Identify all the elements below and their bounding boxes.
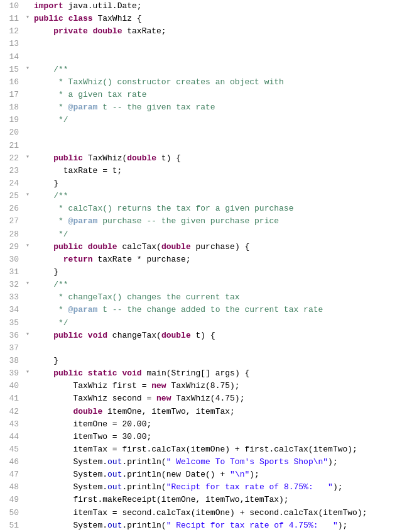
line-content: * @param t -- the given tax rate [31,101,407,114]
line-content: TaxWhiz first = new TaxWhiz(8.75); [31,380,407,392]
line-content [31,51,407,64]
line-number: 50 [0,507,24,519]
line-number: 29 [0,241,24,253]
code-line: 13 [0,38,407,50]
line-number: 33 [0,291,24,304]
code-line: 21 [0,140,407,152]
code-line: 41 TaxWhiz second = new TaxWhiz(4.75); [0,392,407,405]
line-number: 32 [0,279,24,291]
line-content: } [31,266,407,279]
code-line: 25▾ /** [0,190,407,202]
line-content: } [31,355,407,367]
line-number: 14 [0,51,24,64]
code-line: 35 */ [0,317,407,330]
fold-icon[interactable]: ▾ [26,190,30,200]
code-line: 45 itemTax = first.calcTax(itemOne) + fi… [0,443,407,456]
code-line: 27 * @param purchase -- the given purcha… [0,215,407,228]
code-line: 15▾ /** [0,64,407,76]
line-number: 43 [0,418,24,431]
fold-icon[interactable]: ▾ [26,64,30,74]
line-number: 46 [0,456,24,468]
line-number: 31 [0,266,24,279]
code-line: 24 } [0,177,407,190]
fold-icon[interactable]: ▾ [26,279,30,289]
line-number: 34 [0,304,24,316]
line-number: 47 [0,468,24,481]
fold-icon[interactable]: ▾ [26,241,30,251]
line-content: import java.util.Date; [31,0,407,13]
line-number: 35 [0,317,24,330]
line-gutter: ▾ [24,190,31,200]
code-line: 34 * @param t -- the change added to the… [0,304,407,316]
code-line: 38 } [0,355,407,367]
line-content: * calcTax() returns the tax for a given … [31,202,407,215]
line-number: 20 [0,126,24,139]
line-number: 27 [0,215,24,228]
fold-icon[interactable]: ▾ [26,152,30,162]
line-number: 19 [0,114,24,126]
line-content: first.makeReceipt(itemOne, itemTwo,itemT… [31,494,407,506]
line-content: /** [31,190,407,202]
code-line: 51 System.out.println(" Recipt for tax r… [0,519,407,532]
line-content: * @param purchase -- the given purchase … [31,215,407,228]
line-gutter: ▾ [24,330,31,340]
code-line: 47 System.out.println(new Date() + "\n")… [0,468,407,481]
code-line: 19 */ [0,114,407,126]
line-content: return taxRate * purchase; [31,253,407,266]
line-content: * @param t -- the change added to the cu… [31,304,407,316]
line-number: 48 [0,481,24,494]
code-line: 40 TaxWhiz first = new TaxWhiz(8.75); [0,380,407,392]
code-line: 16 * TaxWhiz() constructor creates an ob… [0,76,407,89]
line-content: private double taxRate; [31,25,407,38]
line-content: /** [31,64,407,76]
line-content [31,38,407,50]
line-number: 25 [0,190,24,202]
code-line: 20 [0,126,407,139]
code-line: 32▾ /** [0,279,407,291]
line-content: TaxWhiz second = new TaxWhiz(4.75); [31,392,407,405]
code-line: 33 * changeTax() changes the current tax [0,291,407,304]
line-number: 39 [0,367,24,380]
line-content: public class TaxWhiz { [31,13,407,25]
line-gutter: ▾ [24,367,31,377]
code-line: 11▾public class TaxWhiz { [0,13,407,25]
code-line: 42 double itemOne, itemTwo, itemTax; [0,406,407,418]
line-gutter: ▾ [24,64,31,74]
fold-icon[interactable]: ▾ [26,13,30,23]
line-number: 23 [0,165,24,177]
line-content: public double calcTax(double purchase) { [31,241,407,253]
line-number: 41 [0,392,24,405]
line-content: itemOne = 20.00; [31,418,407,431]
code-line: 48 System.out.println("Recipt for tax ra… [0,481,407,494]
line-number: 49 [0,494,24,506]
line-number: 42 [0,406,24,418]
line-number: 10 [0,0,24,13]
fold-icon[interactable]: ▾ [26,330,30,340]
line-number: 44 [0,431,24,443]
line-content: System.out.println(" Recipt for tax rate… [31,519,407,532]
line-content: * a given tax rate [31,89,407,101]
line-content: itemTwo = 30.00; [31,431,407,443]
line-number: 11 [0,13,24,25]
line-content: */ [31,228,407,241]
fold-icon[interactable]: ▾ [26,367,30,377]
code-line: 37 [0,342,407,355]
code-line: 29▾ public double calcTax(double purchas… [0,241,407,253]
line-number: 45 [0,443,24,456]
line-content: * TaxWhiz() constructor creates an objec… [31,76,407,89]
code-line: 30 return taxRate * purchase; [0,253,407,266]
code-line: 10import java.util.Date; [0,0,407,13]
line-content: } [31,177,407,190]
line-content: System.out.println("Recipt for tax rate … [31,481,407,494]
line-gutter: ▾ [24,152,31,162]
line-content: itemTax = second.calcTax(itemOne) + seco… [31,507,407,519]
line-content [31,126,407,139]
line-number: 12 [0,25,24,38]
line-content [31,140,407,152]
line-gutter: ▾ [24,279,31,289]
line-content: */ [31,317,407,330]
code-line: 44 itemTwo = 30.00; [0,431,407,443]
line-number: 28 [0,228,24,241]
line-content [31,342,407,355]
line-number: 21 [0,140,24,152]
